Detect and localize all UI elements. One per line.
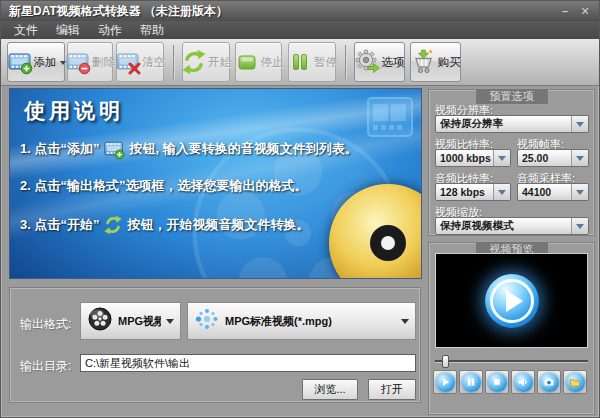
minimize-button[interactable]: – [559,4,571,18]
convert-arrows-icon [181,49,207,75]
browse-button[interactable]: 浏览... [302,379,358,400]
video-bitrate-select[interactable]: 1000 kbps [435,149,511,167]
stop-button-label: 停止 [261,55,284,70]
camera-icon [540,373,559,392]
video-framerate-select[interactable]: 25.00 [517,149,589,167]
browse-button-label: 浏览... [314,382,345,397]
options-button-label: 选项 [382,55,405,70]
output-format-profile-value: MPG标准视频(*.mpg) [225,314,396,329]
clear-button[interactable]: 清空 [116,42,164,82]
start-button-label: 开始 [208,55,231,70]
stop-icon [488,373,507,392]
chevron-down-icon[interactable] [571,218,588,234]
add-button-label: 添加 [34,55,57,70]
banner-step-2: 2. 点击“输出格式”选项框，选择您要输出的格式。 [20,177,307,195]
audio-bitrate-select[interactable]: 128 kbps [435,183,511,201]
step1-text-pre: 1. 点击“添加” [20,140,99,158]
audio-bitrate-value: 128 kbps [436,186,493,198]
menubar: 文件 编辑 动作 帮助 [1,21,599,39]
pause-icon [462,373,481,392]
video-resolution-select[interactable]: 保持原分辨率 [435,115,589,133]
menu-action[interactable]: 动作 [89,22,131,39]
toolbar: 添加 删除 [1,39,599,86]
preview-snapshot-button[interactable] [537,370,561,394]
output-settings-group: 输出格式: MPG视频 [9,287,421,403]
menu-help[interactable]: 帮助 [131,22,173,39]
output-format-category-select[interactable]: MPG视频 [80,302,181,340]
step3-text-post: 按钮，开始视频音频文件转换。 [127,216,309,234]
pause-bars-icon [287,49,313,75]
output-format-category-value: MPG视频 [118,314,161,329]
pause-button-label: 暂停 [314,55,337,70]
delete-button[interactable]: 删除 [67,42,113,82]
video-scale-select[interactable]: 保持原视频模式 [435,217,589,235]
instruction-banner: 使用说明 1. 点击“添加” 按钮, 输入要转换的音视频文件到列表。 2. 点击… [9,88,422,279]
chevron-down-icon[interactable] [493,184,510,200]
delete-button-label: 删除 [92,55,115,70]
start-button[interactable]: 开始 [182,42,230,82]
video-preview-screen[interactable] [435,253,588,348]
toolbar-separator [173,45,174,79]
output-dir-label: 输出目录: [20,358,71,375]
video-scale-value: 保持原视频模式 [436,219,571,233]
film-clear-icon [115,49,141,75]
convert-arrows-icon [103,215,123,235]
preview-open-folder-button[interactable] [563,370,587,394]
film-reel-icon [87,306,113,336]
step1-text-post: 按钮, 输入要转换的音视频文件到列表。 [129,140,357,158]
window-title: 新星DAT视频格式转换器 （未注册版本） [9,3,228,20]
pause-convert-button[interactable]: 暂停 [288,42,336,82]
video-framerate-value: 25.00 [518,152,571,164]
video-resolution-value: 保持原分辨率 [436,117,571,131]
preset-options-panel: 预置选项 视频分辨率: 保持原分辨率 视频比特率: 视频帧率: 1000 kbp… [428,89,595,236]
chevron-down-icon[interactable] [571,184,588,200]
seek-slider[interactable] [435,355,588,368]
chevron-down-icon [166,319,174,328]
format-dots-icon [194,306,220,336]
video-bitrate-value: 1000 kbps [436,152,493,164]
app-window: 新星DAT视频格式转换器 （未注册版本） – ✕ 文件 编辑 动作 帮助 [0,0,600,418]
options-button[interactable]: 选项 [354,42,405,82]
toolbar-separator [345,45,346,79]
preview-pause-button[interactable] [459,370,483,394]
menu-file[interactable]: 文件 [5,22,47,39]
film-delete-icon [65,49,91,75]
titlebar: 新星DAT视频格式转换器 （未注册版本） – ✕ [1,1,599,21]
chevron-down-icon[interactable] [571,116,588,132]
step2-text: 2. 点击“输出格式”选项框，选择您要输出的格式。 [20,177,307,195]
film-add-icon [7,49,33,75]
output-format-profile-select[interactable]: MPG标准视频(*.mpg) [187,302,416,340]
buy-button[interactable]: 购买 [410,42,461,82]
menu-edit[interactable]: 编辑 [47,22,89,39]
chevron-down-icon[interactable] [571,150,588,166]
add-button[interactable]: 添加 [7,42,65,82]
preview-stop-button[interactable] [485,370,509,394]
clear-button-label: 清空 [142,55,165,70]
step3-text-pre: 3. 点击“开始” [20,216,99,234]
shopping-cart-icon [411,49,437,75]
close-button[interactable]: ✕ [579,4,591,18]
gear-icon [355,49,381,75]
preview-volume-button[interactable] [511,370,535,394]
stop-square-icon [234,49,260,75]
banner-step-1: 1. 点击“添加” 按钮, 输入要转换的音视频文件到列表。 [20,138,358,160]
folder-icon [566,373,585,392]
seek-slider-thumb[interactable] [442,355,449,368]
chevron-down-icon[interactable] [493,150,510,166]
film-add-icon [103,138,125,160]
chevron-down-icon [401,319,409,328]
seek-slider-track[interactable] [435,360,588,362]
banner-heading: 使用说明 [24,97,124,125]
audio-samplerate-select[interactable]: 44100 [517,183,589,201]
output-dir-input[interactable] [80,354,416,372]
open-button[interactable]: 打开 [368,379,416,400]
play-overlay-button[interactable] [485,274,539,328]
output-format-label: 输出格式: [20,316,71,333]
preview-play-button[interactable] [433,370,457,394]
play-icon [436,373,455,392]
film-frame-icon [367,97,413,141]
open-button-label: 打开 [381,382,403,397]
audio-samplerate-value: 44100 [518,186,571,198]
stop-convert-button[interactable]: 停止 [235,42,282,82]
video-preview-panel: 视频预览 [428,242,595,415]
